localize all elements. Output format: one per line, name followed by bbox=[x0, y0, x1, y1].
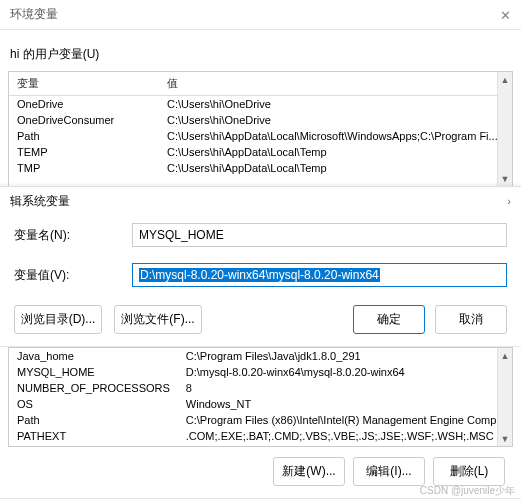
new-button[interactable]: 新建(W)... bbox=[273, 457, 345, 486]
var-name-input[interactable] bbox=[132, 223, 507, 247]
table-row[interactable]: OSWindows_NT bbox=[9, 396, 512, 412]
scroll-down-icon[interactable]: ▼ bbox=[498, 171, 512, 186]
table-row[interactable]: PathC:\Program Files (x86)\Intel\Intel(R… bbox=[9, 412, 512, 428]
edit-cancel-button[interactable]: 取消 bbox=[435, 305, 507, 334]
col-header-name[interactable]: 变量 bbox=[9, 72, 159, 96]
var-name-row: 变量名(N): bbox=[0, 215, 521, 255]
var-value-row: 变量值(V): D:\mysql-8.0.20-winx64\mysql-8.0… bbox=[0, 255, 521, 295]
close-icon[interactable]: ✕ bbox=[500, 8, 511, 23]
edit-system-variable-dialog: 辑系统变量 › 变量名(N): 变量值(V): D:\mysql-8.0.20-… bbox=[0, 186, 521, 500]
table-row[interactable]: PathC:\Users\hi\AppData\Local\Microsoft\… bbox=[9, 128, 512, 144]
var-name-label: 变量名(N): bbox=[14, 227, 114, 244]
watermark: CSDN @juvenile少年 bbox=[420, 484, 515, 498]
env-dialog-body: hi 的用户变量(U) 变量 值 OneDriveC:\Users\hi\One… bbox=[0, 30, 521, 195]
edit-ok-button[interactable]: 确定 bbox=[353, 305, 425, 334]
table-row[interactable]: Java_homeC:\Program Files\Java\jdk1.8.0_… bbox=[9, 348, 512, 364]
scroll-up-icon[interactable]: ▲ bbox=[498, 72, 512, 87]
scroll-track[interactable] bbox=[498, 363, 512, 431]
browse-dir-button[interactable]: 浏览目录(D)... bbox=[14, 305, 102, 334]
table-row[interactable]: MYSQL_HOMED:\mysql-8.0.20-winx64\mysql-8… bbox=[9, 364, 512, 380]
scroll-down-icon[interactable]: ▼ bbox=[498, 431, 512, 446]
sys-vars-table-box: Java_homeC:\Program Files\Java\jdk1.8.0_… bbox=[8, 347, 513, 447]
var-value-label: 变量值(V): bbox=[14, 267, 114, 284]
main-title-bar: 环境变量 ✕ bbox=[0, 0, 521, 30]
scroll-track[interactable] bbox=[498, 87, 512, 171]
table-row[interactable]: NUMBER_OF_PROCESSORS8 bbox=[9, 380, 512, 396]
edit-dialog-button-row: 浏览目录(D)... 浏览文件(F)... 确定 取消 bbox=[0, 295, 521, 346]
edit-dialog-title: 辑系统变量 bbox=[10, 193, 70, 210]
delete-button[interactable]: 删除(L) bbox=[433, 457, 505, 486]
table-row[interactable]: TMPC:\Users\hi\AppData\Local\Temp bbox=[9, 160, 512, 176]
scrollbar[interactable]: ▲ ▼ bbox=[497, 72, 512, 186]
user-vars-label: hi 的用户变量(U) bbox=[10, 46, 513, 63]
table-row[interactable]: OneDriveConsumerC:\Users\hi\OneDrive bbox=[9, 112, 512, 128]
system-vars-section: Java_homeC:\Program Files\Java\jdk1.8.0_… bbox=[0, 346, 521, 498]
col-header-value[interactable]: 值 bbox=[159, 72, 512, 96]
table-row[interactable]: OneDriveC:\Users\hi\OneDrive bbox=[9, 96, 512, 113]
sys-vars-table[interactable]: Java_homeC:\Program Files\Java\jdk1.8.0_… bbox=[9, 348, 512, 444]
browse-file-button[interactable]: 浏览文件(F)... bbox=[114, 305, 202, 334]
chevron-right-icon[interactable]: › bbox=[507, 195, 511, 207]
var-value-input[interactable]: D:\mysql-8.0.20-winx64\mysql-8.0.20-winx… bbox=[132, 263, 507, 287]
edit-button[interactable]: 编辑(I)... bbox=[353, 457, 425, 486]
table-row[interactable]: TEMPC:\Users\hi\AppData\Local\Temp bbox=[9, 144, 512, 160]
scroll-up-icon[interactable]: ▲ bbox=[498, 348, 512, 363]
table-row[interactable]: PATHEXT.COM;.EXE;.BAT;.CMD;.VBS;.VBE;.JS… bbox=[9, 428, 512, 444]
scrollbar[interactable]: ▲ ▼ bbox=[497, 348, 512, 446]
window-title: 环境变量 bbox=[10, 6, 58, 23]
edit-dialog-title-bar: 辑系统变量 › bbox=[0, 187, 521, 215]
user-vars-table-box: 变量 值 OneDriveC:\Users\hi\OneDrive OneDri… bbox=[8, 71, 513, 187]
user-vars-table[interactable]: 变量 值 OneDriveC:\Users\hi\OneDrive OneDri… bbox=[9, 72, 512, 176]
